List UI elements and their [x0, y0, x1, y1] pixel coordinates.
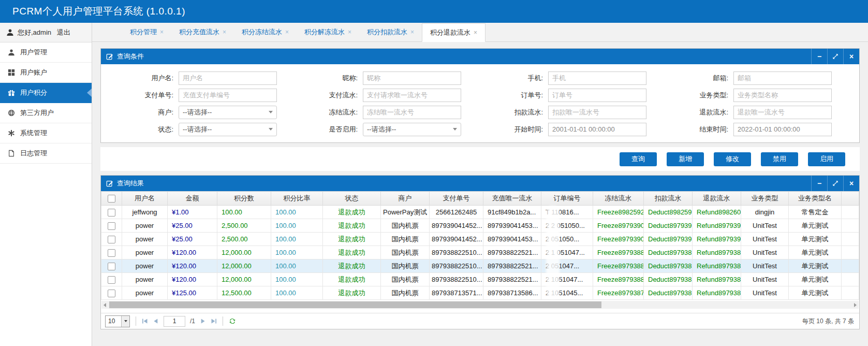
tab-points-recharge-flow[interactable]: 积分充值流水×: [171, 23, 234, 41]
enable-button[interactable]: 启用: [808, 152, 845, 166]
collapse-icon[interactable]: −: [811, 176, 827, 191]
table-cell: power: [122, 233, 168, 246]
user-info-bar: 您好,admin 退出: [0, 23, 92, 42]
column-header: 状态: [323, 192, 381, 206]
row-select-cell: [101, 219, 122, 233]
table-cell: 100.00: [271, 246, 323, 260]
expand-icon[interactable]: [827, 176, 843, 191]
tab-close-icon[interactable]: ×: [285, 28, 289, 36]
grid-icon: [7, 69, 16, 76]
biz-type-input[interactable]: [733, 89, 832, 102]
column-header: 订单编号: [541, 192, 593, 206]
row-checkbox[interactable]: [108, 249, 115, 257]
enabled-select[interactable]: --请选择--: [363, 123, 461, 136]
tab-close-icon[interactable]: ×: [160, 28, 164, 36]
search-button[interactable]: 查询: [620, 152, 657, 166]
table-cell: UnitTest: [741, 286, 789, 300]
row-checkbox[interactable]: [108, 263, 115, 270]
expand-icon[interactable]: [827, 49, 843, 64]
page-size-select[interactable]: 10: [105, 315, 130, 327]
row-checkbox[interactable]: [108, 276, 115, 284]
next-page-button[interactable]: [200, 318, 206, 324]
merchant-select[interactable]: --请选择--: [179, 106, 277, 119]
scroll-right-icon[interactable]: [854, 303, 857, 307]
status-select[interactable]: --请选择--: [179, 123, 277, 136]
table-cell: 897939041453...: [483, 219, 541, 233]
sidebar-item-third-party-user[interactable]: 第三方用户: [0, 103, 92, 123]
table-cell: 退款成功: [323, 206, 381, 219]
close-icon[interactable]: ×: [843, 176, 859, 191]
disable-button[interactable]: 禁用: [761, 152, 798, 166]
row-checkbox[interactable]: [108, 222, 115, 230]
order-no-input[interactable]: [548, 89, 646, 102]
sidebar-item-log-management[interactable]: 日志管理: [0, 143, 92, 164]
table-cell: Deduct897938...: [644, 273, 693, 286]
table-cell: 2 051050...: [541, 233, 593, 246]
table-row[interactable]: power¥120.0012,000.00100.00退款成功国内机票89793…: [101, 273, 859, 286]
tab-label: 积分管理: [130, 27, 157, 37]
sidebar-item-user-account[interactable]: 用户账户: [0, 63, 92, 83]
email-input[interactable]: [733, 71, 832, 85]
sidebar-item-user-points[interactable]: 用户积分: [0, 83, 92, 103]
collapse-icon[interactable]: −: [811, 49, 827, 64]
table-cell: Refund898260...: [693, 206, 741, 219]
logout-link[interactable]: 退出: [57, 28, 70, 37]
prev-page-button[interactable]: [153, 318, 159, 324]
table-cell: 2 1051045...: [541, 286, 593, 300]
tab-points-refund-flow[interactable]: 积分退款流水×: [422, 23, 486, 42]
sidebar-item-system-management[interactable]: 系统管理: [0, 123, 92, 143]
table-cell: Refund897939...: [693, 219, 741, 233]
pager-separator: [136, 316, 136, 326]
tab-points-unfreeze-flow[interactable]: 积分解冻流水×: [297, 23, 359, 41]
dropdown-arrow-icon[interactable]: [453, 128, 457, 131]
nickname-input[interactable]: [363, 71, 461, 85]
edit-button[interactable]: 修改: [714, 152, 751, 166]
tab-close-icon[interactable]: ×: [223, 28, 226, 36]
table-row[interactable]: power¥25.002,500.00100.00退款成功国内机票8979390…: [101, 219, 859, 233]
selected-value: --请选择--: [367, 125, 396, 134]
scroll-left-icon[interactable]: [104, 303, 106, 307]
row-checkbox[interactable]: [108, 290, 115, 297]
row-select-cell: [101, 260, 122, 273]
dropdown-arrow-icon[interactable]: [269, 111, 273, 113]
tab-close-icon[interactable]: ×: [410, 28, 414, 36]
horizontal-scrollbar[interactable]: [101, 301, 859, 309]
tab-close-icon[interactable]: ×: [348, 28, 351, 36]
tab-close-icon[interactable]: ×: [474, 29, 477, 36]
table-row[interactable]: power¥25.002,500.00100.00退款成功国内机票8979390…: [101, 233, 859, 246]
column-header: 金额: [168, 192, 217, 206]
freeze-serial-input[interactable]: [363, 106, 461, 119]
phone-input[interactable]: [548, 71, 646, 85]
select-all-checkbox[interactable]: [108, 195, 115, 203]
table-row[interactable]: power¥125.0012,500.00100.00退款成功国内机票89793…: [101, 286, 859, 300]
add-button[interactable]: 新增: [667, 152, 704, 166]
table-cell: 国内机票: [381, 233, 430, 246]
first-page-button[interactable]: [142, 318, 148, 324]
tab-points-deduct-flow[interactable]: 积分扣款流水×: [359, 23, 422, 41]
end-time-input[interactable]: [733, 123, 832, 136]
deduct-serial-input[interactable]: [548, 106, 646, 119]
refund-serial-input[interactable]: [733, 106, 832, 119]
dropdown-arrow-icon[interactable]: [269, 128, 273, 131]
scrollbar-thumb[interactable]: [109, 301, 601, 308]
username-input[interactable]: [179, 71, 277, 85]
table-row[interactable]: power¥120.0012,000.00100.00退款成功国内机票89793…: [101, 260, 859, 273]
table-cell: Freeze8979388...: [593, 260, 644, 273]
row-checkbox[interactable]: [108, 209, 115, 217]
tab-points-freeze-flow[interactable]: 积分冻结流水×: [234, 23, 297, 41]
page-size-arrow-icon[interactable]: [121, 316, 129, 327]
page-number-input[interactable]: [164, 316, 185, 327]
close-icon[interactable]: ×: [843, 49, 859, 64]
sidebar-item-user-management[interactable]: 用户管理: [0, 42, 92, 63]
table-row[interactable]: jeffwong¥1.00100.00100.00退款成功PowerPay测试2…: [101, 206, 859, 219]
pay-order-no-input[interactable]: [179, 89, 277, 102]
start-time-input[interactable]: [548, 123, 646, 136]
last-page-button[interactable]: [211, 318, 217, 324]
query-panel-header: 查询条件 − ×: [101, 49, 859, 64]
app-header: PCRM个人用户管理平台系统 (1.0.0.1): [0, 0, 868, 23]
row-checkbox[interactable]: [108, 236, 115, 243]
pay-serial-input[interactable]: [363, 89, 461, 102]
table-row[interactable]: power¥120.0012,000.00100.00退款成功国内机票89793…: [101, 246, 859, 260]
refresh-button[interactable]: [229, 318, 236, 325]
tab-points-management[interactable]: 积分管理×: [122, 23, 171, 41]
